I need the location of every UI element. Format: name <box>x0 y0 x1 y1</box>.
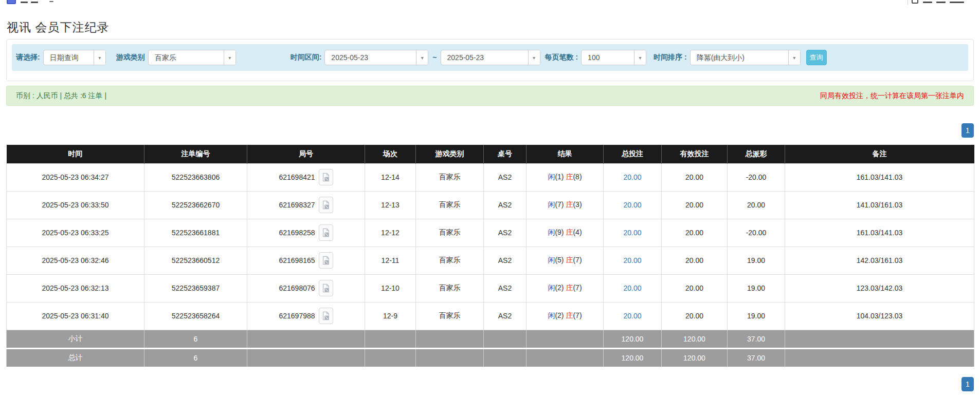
cell-bet-id: 522523660512 <box>144 247 247 274</box>
cell-bet-id: 522523662670 <box>144 191 247 219</box>
col-payout: 总派彩 <box>728 145 785 163</box>
cell-remark: 161.03/141.03 <box>785 219 974 247</box>
cell-table-no: AS2 <box>484 219 527 247</box>
top-right-clipped-text[interactable] <box>950 2 964 3</box>
search-button[interactable]: 查询 <box>806 50 827 65</box>
cell-session: 12-12 <box>365 219 416 247</box>
date-from-select[interactable]: 2025-05-23 ▾ <box>324 50 428 65</box>
result-banker-label: 庄 <box>566 283 573 292</box>
view-round-result-button[interactable] <box>319 197 333 213</box>
page-size-select[interactable]: 100 ▾ <box>581 50 646 65</box>
top-left-caret-fragment <box>49 1 53 2</box>
subtotal-row: 小计 6 120.00 120.00 37.00 <box>7 330 974 348</box>
top-right-divider <box>908 0 908 5</box>
total-bet-link[interactable]: 20.00 <box>623 201 641 209</box>
total-bet-link[interactable]: 20.00 <box>623 312 641 320</box>
top-left-clipped-icon[interactable] <box>7 0 16 4</box>
top-right-clipped-icon[interactable] <box>912 0 918 4</box>
payout-value: 19.00 <box>728 274 785 302</box>
page-1-button[interactable]: 1 <box>961 377 974 391</box>
result-banker-label: 庄 <box>566 200 573 209</box>
cell-table-no: AS2 <box>484 163 527 191</box>
subtotal-count: 6 <box>144 330 247 348</box>
table-row: 2025-05-23 06:32:13 522523659387 6216980… <box>7 274 974 302</box>
table-row: 2025-05-23 06:33:50 522523662670 6216983… <box>7 191 974 219</box>
dice-card-icon <box>321 228 331 237</box>
top-right-clipped-text[interactable] <box>923 2 932 3</box>
cell-valid-bet: 20.00 <box>662 219 728 247</box>
pagination-bottom: 1 <box>961 377 974 391</box>
total-label: 总计 <box>7 348 144 367</box>
page-size-value: 100 <box>582 50 634 65</box>
table-row: 2025-05-23 06:34:27 522523663806 6216984… <box>7 163 974 191</box>
dice-card-icon <box>321 256 331 265</box>
total-total-bet: 120.00 <box>604 348 662 367</box>
query-type-select[interactable]: 日期查询 ▾ <box>43 50 106 65</box>
cell-remark: 123.03/142.03 <box>785 274 974 302</box>
cell-session: 12-14 <box>365 163 416 191</box>
view-round-result-button[interactable] <box>319 280 333 296</box>
total-row: 总计 6 120.00 120.00 37.00 <box>7 348 974 367</box>
table-row: 2025-05-23 06:31:40 522523658264 6216979… <box>7 302 974 330</box>
date-from-value: 2025-05-23 <box>325 50 416 65</box>
date-range-tilde: ~ <box>432 53 437 62</box>
cell-bet-id: 522523663806 <box>144 163 247 191</box>
caret-down-icon: ▾ <box>634 50 646 65</box>
result-player-score: (1) <box>555 173 564 181</box>
payout-value: 20.00 <box>728 191 785 219</box>
page-size-label: 每页笔数 : <box>545 53 578 62</box>
result-player-score: (9) <box>555 228 564 236</box>
filter-bar: 请选择: 日期查询 ▾ 游戏类别 百家乐 ▾ 时间区间: 2025-05-23 … <box>12 44 968 71</box>
total-bet-link[interactable]: 20.00 <box>623 229 641 237</box>
cell-game-type: 百家乐 <box>416 163 484 191</box>
cell-remark: 161.03/141.03 <box>785 163 974 191</box>
col-remark: 备注 <box>785 145 974 163</box>
total-bet-link[interactable]: 20.00 <box>623 256 641 264</box>
cell-valid-bet: 20.00 <box>662 247 728 274</box>
payout-value: 19.00 <box>728 247 785 274</box>
cell-table-no: AS2 <box>484 191 527 219</box>
game-type-select[interactable]: 百家乐 ▾ <box>148 50 236 65</box>
top-left-clipped-text[interactable] <box>21 2 28 3</box>
result-player-label: 闲 <box>548 173 555 181</box>
total-bet-link[interactable]: 20.00 <box>623 173 641 181</box>
cell-bet-id: 522523661881 <box>144 219 247 247</box>
cell-session: 12-13 <box>365 191 416 219</box>
page-1-button[interactable]: 1 <box>961 123 974 138</box>
view-round-result-button[interactable] <box>319 308 333 324</box>
summary-bar: 币别 : 人民币 | 总共 :6 注单 | 同局有效投注，统一计算在该局第一张注… <box>6 86 974 106</box>
result-player-label: 闲 <box>548 200 555 209</box>
cell-round-id: 621698421 <box>279 173 315 181</box>
cell-valid-bet: 20.00 <box>662 302 728 330</box>
view-round-result-button[interactable] <box>319 252 333 269</box>
result-banker-score: (7) <box>573 283 582 292</box>
result-banker-score: (3) <box>573 200 582 209</box>
result-player-score: (2) <box>555 311 564 319</box>
bet-records-table: 时间 注单编号 局号 场次 游戏类别 桌号 结果 总投注 有效投注 总派彩 备注… <box>6 145 974 367</box>
query-type-value: 日期查询 <box>44 50 94 65</box>
date-to-select[interactable]: 2025-05-23 ▾ <box>441 50 540 65</box>
filter-panel-container: 请选择: 日期查询 ▾ 游戏类别 百家乐 ▾ 时间区间: 2025-05-23 … <box>6 39 974 81</box>
caret-down-icon: ▾ <box>416 50 428 65</box>
cell-table-no: AS2 <box>484 274 527 302</box>
table-row: 2025-05-23 06:32:46 522523660512 6216981… <box>7 247 974 274</box>
cell-table-no: AS2 <box>484 247 527 274</box>
subtotal-payout: 37.00 <box>728 330 785 348</box>
view-round-result-button[interactable] <box>319 224 333 241</box>
pagination-top: 1 <box>961 123 974 138</box>
cell-result: 闲(5) 庄(7) <box>527 247 604 274</box>
cell-round-id: 621698076 <box>279 284 315 292</box>
top-right-clipped-text[interactable] <box>936 2 946 3</box>
cell-result: 闲(2) 庄(7) <box>527 302 604 330</box>
col-time: 时间 <box>7 145 144 163</box>
subtotal-valid-bet: 120.00 <box>662 330 728 348</box>
total-bet-link[interactable]: 20.00 <box>623 284 641 292</box>
time-range-label: 时间区间: <box>291 53 322 62</box>
query-type-label: 请选择: <box>16 53 40 62</box>
cell-session: 12-10 <box>365 274 416 302</box>
view-round-result-button[interactable] <box>319 169 333 185</box>
table-header-row: 时间 注单编号 局号 场次 游戏类别 桌号 结果 总投注 有效投注 总派彩 备注 <box>7 145 974 163</box>
sort-order-select[interactable]: 降冪(由大到小) ▾ <box>690 50 801 65</box>
dice-card-icon <box>321 173 331 182</box>
top-left-clipped-text[interactable] <box>31 2 38 3</box>
